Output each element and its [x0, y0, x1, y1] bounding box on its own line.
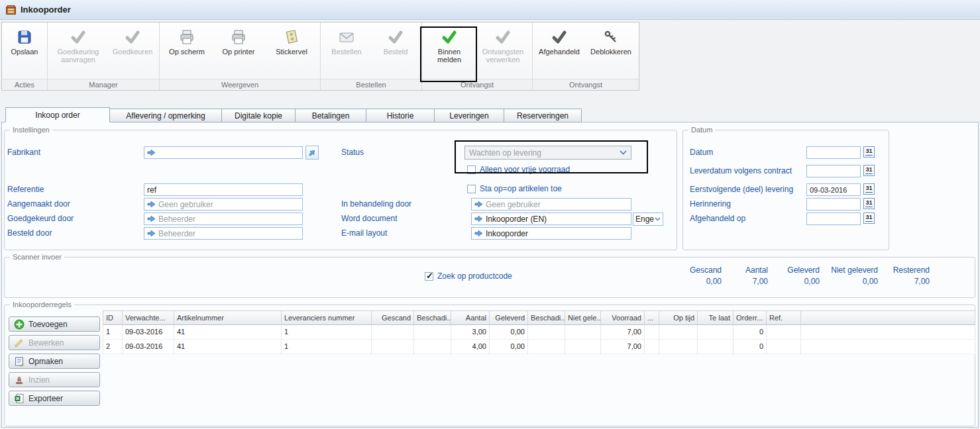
- op-scherm-button[interactable]: Op scherm: [161, 24, 213, 77]
- inzien-button[interactable]: Inzien: [9, 372, 100, 387]
- bestellen-button[interactable]: Bestellen: [322, 24, 371, 77]
- datum-input[interactable]: [806, 146, 861, 159]
- cell-leveranciers-nummer[interactable]: 1: [282, 325, 372, 340]
- cell-niet-geleverd[interactable]: [565, 325, 601, 340]
- column-header-gescand[interactable]: Gescand: [372, 310, 414, 325]
- cell-aantal[interactable]: 4,00: [451, 340, 490, 354]
- opmaken-button[interactable]: Opmaken: [9, 354, 100, 369]
- column-header-op-tijd[interactable]: Op tijd: [659, 310, 698, 325]
- cell-id[interactable]: 2: [103, 340, 123, 354]
- calendar-icon[interactable]: 31: [863, 165, 875, 176]
- email-layout-field[interactable]: Inkooporder: [471, 227, 631, 240]
- cell-leveranciers-nummer[interactable]: 1: [282, 340, 372, 354]
- afgehandeld-op-input[interactable]: [806, 213, 861, 225]
- calendar-icon[interactable]: 31: [863, 198, 875, 209]
- op-is-op-checkbox-row[interactable]: Sta op=op artikelen toe: [467, 184, 562, 193]
- afgehandeld-button[interactable]: Afgehandeld: [534, 24, 584, 77]
- goedkeuring-aanvragen-button[interactable]: Goedkeuring aanvragen: [49, 24, 107, 77]
- ontvangsten-verwerken-button[interactable]: Ontvangsten verwerken: [475, 24, 531, 77]
- calendar-icon[interactable]: 31: [863, 146, 875, 158]
- zoek-productcode-checkbox-row[interactable]: Zoek op productcode: [425, 271, 512, 281]
- aangemaakt-door-field[interactable]: Geen gebruiker: [144, 198, 303, 211]
- eerstvolgende-levering-input[interactable]: 09-03-2016: [806, 183, 861, 196]
- cell-geleverd[interactable]: 0,00: [490, 340, 528, 354]
- checkbox-checked[interactable]: [425, 272, 433, 281]
- cell-orderregel[interactable]: 0: [734, 325, 767, 340]
- in-behandeling-field[interactable]: Geen gebruiker: [471, 198, 631, 211]
- column-header-voorraad[interactable]: Voorraad: [601, 310, 645, 325]
- referentie-input[interactable]: ref: [144, 183, 303, 196]
- tab-leveringen[interactable]: Leveringen: [434, 109, 504, 122]
- cell-niet-geleverd[interactable]: [565, 340, 601, 354]
- column-header-orderregel[interactable]: Orderr...: [734, 310, 767, 325]
- column-header-leveranciers-nummer[interactable]: Leveranciers nummer: [282, 310, 372, 325]
- column-header-beschadigd-1[interactable]: Beschadi...: [414, 310, 451, 325]
- tab-reserveringen[interactable]: Reserveringen: [504, 109, 582, 122]
- column-header-niet-geleverd[interactable]: Niet gele...: [565, 310, 601, 325]
- cell-artikelnummer[interactable]: 41: [174, 325, 282, 340]
- cell-aantal[interactable]: 3,00: [451, 325, 490, 340]
- checkbox-unchecked[interactable]: [467, 185, 476, 193]
- stickervel-button[interactable]: Stickervel: [264, 24, 319, 77]
- table-row[interactable]: 2 09-03-2016 41 1 4,00 0,00 7,00 0: [103, 340, 975, 354]
- cell-beschadigd-2[interactable]: [528, 340, 565, 354]
- goedgekeurd-door-field[interactable]: Beheerder: [144, 213, 303, 225]
- column-header-verwachte[interactable]: Verwachte...: [123, 310, 174, 325]
- cell-te-laat[interactable]: [698, 340, 734, 354]
- fabrikant-field[interactable]: [144, 146, 303, 159]
- op-printer-button[interactable]: Op printer: [213, 24, 264, 77]
- opslaan-button[interactable]: Opslaan: [3, 24, 46, 77]
- tab-betalingen[interactable]: Betalingen: [295, 109, 366, 122]
- vrije-voorraad-checkbox-row[interactable]: Alleen voor vrije voorraad: [467, 165, 570, 174]
- cell-te-laat[interactable]: [698, 325, 734, 340]
- cell-voorraad[interactable]: 7,00: [601, 340, 645, 354]
- cell-voorraad[interactable]: 7,00: [601, 325, 645, 340]
- toevoegen-button[interactable]: Toevoegen: [9, 316, 100, 332]
- besteld-door-field[interactable]: Beheerder: [144, 227, 303, 240]
- cell-id[interactable]: 1: [103, 325, 123, 340]
- cell-geleverd[interactable]: 0,00: [490, 325, 528, 340]
- calendar-icon[interactable]: 31: [863, 183, 875, 195]
- cell-ref[interactable]: [767, 325, 801, 340]
- cell-ref[interactable]: [767, 340, 801, 354]
- cell-orderregel[interactable]: 0: [734, 340, 767, 354]
- cell-beschadigd-1[interactable]: [414, 340, 451, 354]
- cell-beschadigd-2[interactable]: [528, 325, 565, 340]
- exporteer-button[interactable]: Exporteer: [9, 391, 100, 406]
- besteld-button[interactable]: Besteld: [371, 24, 420, 77]
- calendar-icon[interactable]: 31: [863, 213, 875, 224]
- table-row[interactable]: 1 09-03-2016 41 1 3,00 0,00 7,00 0: [103, 325, 975, 340]
- column-header-geleverd[interactable]: Geleverd: [490, 310, 528, 325]
- goedkeuren-button[interactable]: Goedkeuren: [107, 24, 158, 77]
- cell-verwachte[interactable]: 09-03-2016: [123, 325, 174, 340]
- column-header-ellipsis[interactable]: ...: [645, 310, 659, 325]
- status-dropdown[interactable]: Wachten op levering: [464, 146, 631, 160]
- cell-ellipsis[interactable]: [645, 325, 659, 340]
- cell-beschadigd-1[interactable]: [414, 325, 451, 340]
- cell-op-tijd[interactable]: [659, 325, 698, 340]
- checkbox-unchecked[interactable]: [467, 166, 476, 174]
- fabrikant-open-button[interactable]: [305, 146, 319, 160]
- leverdatum-input[interactable]: [806, 165, 861, 177]
- column-header-aantal[interactable]: Aantal: [451, 310, 490, 325]
- column-header-ref[interactable]: Ref.: [767, 310, 801, 325]
- word-document-field[interactable]: Inkooporder (EN): [471, 213, 631, 225]
- column-header-artikelnummer[interactable]: Artikelnummer: [174, 310, 282, 325]
- tab-inkoop-order[interactable]: Inkoop order: [5, 107, 110, 122]
- cell-gescand[interactable]: [372, 340, 414, 354]
- cell-ellipsis[interactable]: [645, 340, 659, 354]
- tab-digitale-kopie[interactable]: Digitale kopie: [221, 109, 296, 122]
- binnen-melden-button[interactable]: Binnen melden: [423, 24, 475, 77]
- tab-aflevering-opmerking[interactable]: Aflevering / opmerking: [109, 109, 222, 122]
- column-header-te-laat[interactable]: Te laat: [698, 310, 734, 325]
- word-document-language-select[interactable]: Enge: [633, 213, 663, 226]
- cell-artikelnummer[interactable]: 41: [174, 340, 282, 354]
- bewerken-button[interactable]: Bewerken: [9, 335, 100, 350]
- herinnering-input[interactable]: [806, 198, 861, 211]
- tab-historie[interactable]: Historie: [366, 109, 435, 122]
- cell-verwachte[interactable]: 09-03-2016: [123, 340, 174, 354]
- column-header-beschadigd-2[interactable]: Beschadi...: [528, 310, 565, 325]
- deblokkeren-button[interactable]: Deblokkeren: [584, 24, 637, 77]
- cell-op-tijd[interactable]: [659, 340, 698, 354]
- cell-gescand[interactable]: [372, 325, 414, 340]
